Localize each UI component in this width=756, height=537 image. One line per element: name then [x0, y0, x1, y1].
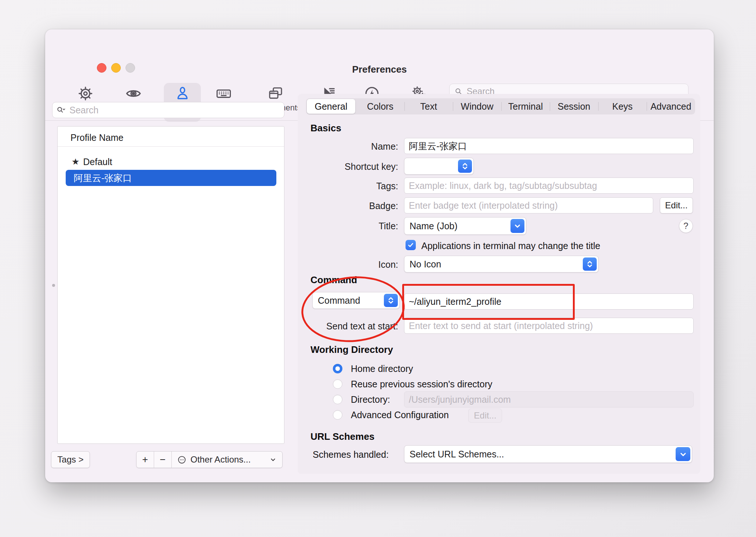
directory-label: Directory:	[351, 394, 390, 405]
radio-custom-directory[interactable]	[333, 395, 342, 404]
chevron-down-icon	[510, 219, 524, 233]
list-header-divider	[58, 146, 284, 147]
schemes-select[interactable]: Select URL Schemes...	[404, 445, 692, 463]
window-title: Preferences	[45, 64, 714, 75]
tags-field[interactable]	[404, 178, 694, 194]
profile-list: Profile Name ★ Default 阿里云-张家口	[57, 126, 284, 444]
ellipsis-circle-icon	[177, 455, 187, 465]
profile-list-header: Profile Name	[70, 132, 124, 143]
title-select[interactable]: Name (Job)	[404, 217, 526, 235]
command-heading: Command	[310, 274, 357, 286]
help-button[interactable]: ?	[679, 219, 693, 233]
title-select-value: Name (Job)	[410, 221, 458, 231]
command-type-select[interactable]: Command	[312, 292, 400, 309]
tab-keys[interactable]: Keys	[598, 98, 647, 114]
chevron-down-icon	[269, 456, 277, 464]
star-icon: ★	[72, 157, 80, 167]
send-text-field[interactable]	[404, 318, 694, 334]
tab-text[interactable]: Text	[404, 98, 453, 114]
name-label: Name:	[310, 141, 398, 152]
icon-select-value: No Icon	[410, 259, 441, 270]
advanced-configuration-edit-button: Edit...	[468, 409, 502, 423]
profile-actions-group: + − Other Actions...	[136, 451, 283, 468]
working-directory-heading: Working Directory	[310, 344, 393, 355]
windows-icon	[267, 85, 284, 102]
stepper-icon	[458, 160, 472, 173]
other-actions-label: Other Actions...	[190, 454, 251, 465]
keyboard-icon	[215, 85, 232, 102]
shortcut-key-select[interactable]	[404, 158, 474, 175]
radio-home-directory[interactable]	[333, 364, 342, 373]
badge-field[interactable]	[404, 197, 653, 213]
title-label: Title:	[310, 221, 398, 231]
directory-field	[404, 391, 694, 408]
preferences-window: Preferences General Appearance Profiles …	[45, 29, 714, 482]
profile-search-input[interactable]	[69, 105, 280, 116]
schemes-select-value: Select URL Schemes...	[410, 449, 504, 460]
command-type-value: Command	[318, 295, 360, 306]
command-field[interactable]	[404, 293, 694, 310]
advanced-configuration-label: Advanced Configuration	[351, 410, 449, 420]
remove-profile-button[interactable]: −	[154, 452, 172, 468]
tab-general[interactable]: General	[307, 99, 355, 114]
plus-icon: +	[142, 454, 148, 465]
tags-button-label: Tags >	[57, 454, 83, 465]
person-icon	[174, 85, 191, 102]
home-directory-label: Home directory	[351, 364, 413, 374]
radio-advanced-configuration[interactable]	[333, 410, 342, 420]
tab-terminal[interactable]: Terminal	[501, 98, 550, 114]
name-field[interactable]	[404, 138, 694, 154]
add-profile-button[interactable]: +	[137, 452, 154, 468]
tab-window[interactable]: Window	[453, 98, 501, 114]
stepper-icon	[583, 257, 597, 271]
profile-name: 阿里云-张家口	[74, 172, 132, 184]
icon-label: Icon:	[310, 259, 398, 270]
stepper-icon	[384, 294, 398, 307]
title-change-checkbox-label: Applications in terminal may change the …	[421, 241, 600, 251]
schemes-handled-label: Schemes handled:	[313, 449, 389, 460]
shortcut-key-label: Shortcut key:	[310, 161, 398, 172]
title-change-checkbox[interactable]	[406, 240, 416, 250]
minus-icon: −	[160, 454, 166, 465]
profile-row-default[interactable]: ★ Default	[72, 154, 112, 169]
tab-session[interactable]: Session	[550, 98, 598, 114]
other-actions-button[interactable]: Other Actions...	[172, 452, 282, 468]
splitter-handle[interactable]	[52, 284, 55, 287]
search-scope-icon	[56, 105, 66, 115]
tags-label: Tags:	[310, 181, 398, 191]
eye-icon	[125, 85, 142, 102]
profile-row-selected[interactable]: 阿里云-张家口	[66, 170, 276, 186]
badge-edit-button[interactable]: Edit...	[660, 197, 693, 213]
profile-search[interactable]	[52, 102, 284, 118]
tags-button[interactable]: Tags >	[51, 451, 90, 468]
gear-icon	[77, 85, 94, 102]
check-icon	[407, 241, 415, 249]
send-text-label: Send text at start:	[310, 321, 398, 332]
chevron-down-icon	[676, 447, 690, 461]
badge-label: Badge:	[310, 201, 398, 211]
radio-reuse-directory[interactable]	[333, 379, 342, 389]
basics-heading: Basics	[310, 123, 341, 134]
profile-name: Default	[83, 157, 112, 167]
icon-select[interactable]: No Icon	[404, 256, 599, 273]
tab-colors[interactable]: Colors	[356, 98, 404, 114]
url-schemes-heading: URL Schemes	[310, 431, 374, 442]
tab-advanced[interactable]: Advanced	[647, 98, 695, 114]
reuse-directory-label: Reuse previous session's directory	[351, 379, 493, 390]
profile-tabs: General Colors Text Window Terminal Sess…	[306, 98, 695, 114]
